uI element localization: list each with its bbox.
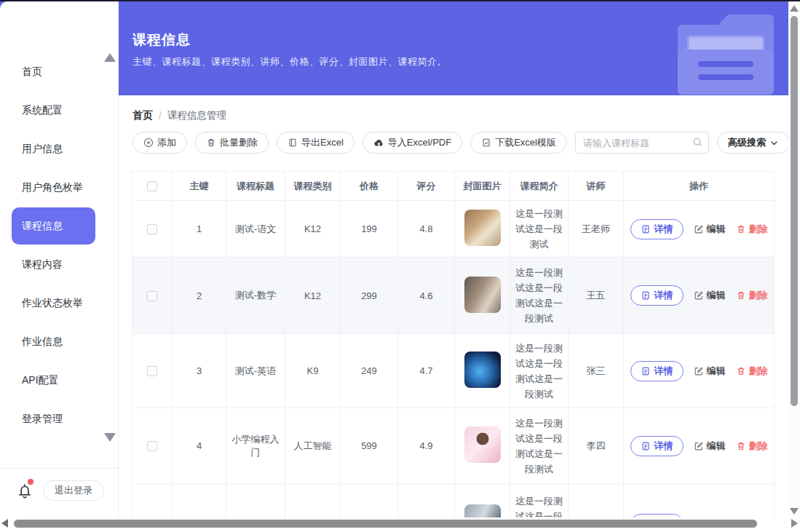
- row-checkbox[interactable]: [147, 366, 157, 376]
- cell-id: 2: [173, 258, 226, 334]
- course-table: 主键 课程标题 课程类别 价格 评分 封面图片 课程简介 讲师 操作 1 测试-…: [132, 171, 774, 517]
- cell-title: 测试-英语: [226, 334, 285, 408]
- cell-price: 199: [341, 201, 398, 258]
- edit-pencil-icon: [694, 441, 704, 451]
- cell-id: 1: [173, 201, 226, 258]
- export-doc-icon: [288, 138, 298, 148]
- cell-price: 249: [341, 334, 398, 408]
- breadcrumb: 首页 / 课程信息管理: [132, 109, 226, 122]
- plus-circle-icon: [143, 138, 154, 148]
- doc-check-icon: [481, 138, 491, 148]
- main-content: 课程信息 主键、课程标题、课程类别、讲师、价格、评分、封面图片、课程简介。 首页…: [119, 1, 788, 517]
- sidebar-item-login-management[interactable]: 登录管理: [0, 400, 118, 438]
- course-cover-image: [464, 352, 501, 388]
- table-row: 3 测试-英语 K9 249 4.7 这是一段测试这是一段测试这是一段测试 张三…: [132, 334, 775, 408]
- batch-delete-button[interactable]: 批量删除: [195, 132, 269, 154]
- detail-button[interactable]: 详情: [630, 361, 684, 381]
- sidebar-item-user-info[interactable]: 用户信息: [0, 130, 118, 168]
- export-excel-button[interactable]: 导出Excel: [277, 132, 355, 154]
- horizontal-scrollbar-thumb[interactable]: [14, 520, 757, 528]
- detail-doc-icon: [641, 224, 651, 234]
- cell-category: K12: [285, 258, 341, 334]
- course-cover-image: [464, 504, 501, 517]
- sidebar-item-course-info[interactable]: 课程信息: [12, 207, 95, 245]
- detail-button[interactable]: 详情: [630, 285, 684, 306]
- course-cover-image: [464, 210, 501, 246]
- page-subtitle: 主键、课程标题、课程类别、讲师、价格、评分、封面图片、课程简介。: [132, 55, 447, 68]
- course-title-search: [575, 132, 709, 154]
- folder-illustration-icon: [672, 7, 780, 95]
- sidebar-divider: [0, 468, 118, 469]
- vertical-scrollbar-thumb[interactable]: [791, 16, 798, 406]
- col-header-actions: 操作: [624, 172, 775, 201]
- col-header-teacher: 讲师: [569, 172, 624, 201]
- scroll-up-arrow-icon[interactable]: [790, 5, 799, 12]
- col-header-cover: 封面图片: [455, 172, 510, 201]
- cell-title: 测试-数学: [226, 258, 285, 334]
- course-cover-image: [464, 277, 501, 313]
- table-row: 2 测试-数学 K12 299 4.6 这是一段测试这是一段测试这是一段测试 王…: [132, 258, 775, 334]
- sidebar-item-homework-info[interactable]: 作业信息: [0, 322, 118, 361]
- sidebar-item-user-role-enum[interactable]: 用户角色枚举: [0, 168, 118, 207]
- cell-title: 测试-政治: [226, 484, 285, 518]
- download-template-button[interactable]: 下载Excel模版: [470, 132, 567, 154]
- edit-button[interactable]: 编辑: [694, 440, 726, 453]
- search-input[interactable]: [575, 132, 709, 154]
- scroll-down-arrow-icon[interactable]: [790, 508, 799, 515]
- sidebar-item-homework-status-enum[interactable]: 作业状态枚举: [0, 284, 118, 322]
- cell-category: K9: [285, 334, 341, 408]
- select-all-checkbox[interactable]: [147, 181, 157, 191]
- delete-button[interactable]: 删除: [736, 223, 768, 236]
- detail-button[interactable]: 详情: [630, 436, 684, 456]
- notification-bell-icon[interactable]: [15, 480, 37, 502]
- cell-title: 测试-语文: [226, 201, 285, 258]
- import-excel-pdf-button[interactable]: 导入Excel/PDF: [363, 132, 462, 154]
- edit-pencil-icon: [694, 224, 704, 234]
- row-checkbox[interactable]: [147, 224, 157, 234]
- breadcrumb-separator: /: [159, 110, 162, 122]
- edit-pencil-icon: [694, 366, 704, 376]
- detail-doc-icon: [641, 441, 651, 451]
- add-button[interactable]: 添加: [132, 132, 187, 154]
- edit-button[interactable]: 编辑: [694, 365, 726, 378]
- breadcrumb-home-link[interactable]: 首页: [132, 109, 153, 122]
- sidebar-item-api-config[interactable]: API配置: [0, 361, 118, 400]
- delete-button[interactable]: 删除: [736, 365, 768, 378]
- edit-button[interactable]: 编辑: [694, 289, 726, 302]
- vertical-scrollbar[interactable]: [788, 1, 800, 517]
- page-header-banner: 课程信息 主键、课程标题、课程类别、讲师、价格、评分、封面图片、课程简介。: [119, 1, 788, 95]
- cell-teacher: 王老师: [569, 201, 624, 258]
- logout-button[interactable]: 退出登录: [43, 480, 104, 501]
- col-header-price: 价格: [341, 172, 398, 201]
- cloud-upload-icon: [373, 138, 384, 148]
- edit-button[interactable]: 编辑: [694, 223, 726, 236]
- cell-rating: 4.8: [398, 201, 455, 258]
- sidebar-item-home[interactable]: 首页: [0, 52, 118, 91]
- sidebar-item-system-config[interactable]: 系统配置: [0, 91, 118, 130]
- scroll-right-arrow-icon[interactable]: [791, 519, 798, 528]
- delete-button[interactable]: 删除: [736, 440, 768, 453]
- notification-badge-dot: [28, 479, 33, 485]
- col-header-id: 主键: [173, 172, 226, 201]
- row-checkbox[interactable]: [147, 441, 157, 451]
- horizontal-scrollbar[interactable]: [0, 517, 800, 529]
- cell-price: 599: [341, 408, 398, 484]
- trash-icon: [736, 290, 746, 301]
- edit-pencil-icon: [694, 290, 704, 301]
- col-header-intro: 课程简介: [510, 172, 569, 201]
- cell-teacher: 张三: [569, 334, 624, 408]
- col-header-title: 课程标题: [226, 172, 285, 201]
- advanced-search-button[interactable]: 高级搜索: [717, 132, 788, 154]
- cell-category: 人工智能: [285, 408, 341, 484]
- cell-id: 4: [173, 408, 226, 484]
- menu-scroll-down-icon[interactable]: [104, 433, 116, 442]
- row-checkbox[interactable]: [147, 291, 157, 301]
- sidebar-item-course-content[interactable]: 课程内容: [0, 245, 118, 284]
- cell-id: 3: [173, 334, 226, 408]
- scroll-left-arrow-icon[interactable]: [1, 519, 8, 528]
- detail-button[interactable]: 详情: [630, 219, 684, 239]
- cell-rating: 4.7: [398, 334, 455, 408]
- cell-title: 小学编程入门: [226, 408, 285, 484]
- delete-button[interactable]: 删除: [736, 289, 768, 302]
- table-row: 4 小学编程入门 人工智能 599 4.9 这是一段测试这是一段测试这是一段测试…: [132, 408, 775, 484]
